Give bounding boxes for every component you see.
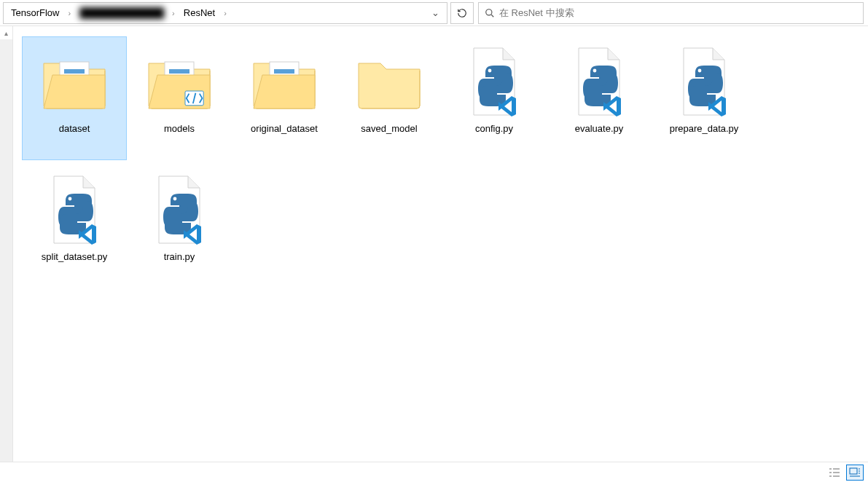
python-file-icon [139, 170, 219, 250]
folder-item[interactable]: saved_model [337, 36, 442, 160]
view-large-icons-button[interactable] [846, 465, 864, 481]
crumb-1[interactable]: ██████████████ [75, 6, 168, 20]
folder-icon [244, 42, 324, 122]
search-icon [485, 8, 495, 18]
item-label: saved_model [361, 123, 417, 135]
python-file-icon [34, 170, 114, 250]
chevron-icon: › [171, 9, 176, 17]
python-file-icon [454, 42, 534, 122]
item-label: train.py [164, 251, 195, 263]
file-item[interactable]: evaluate.py [547, 36, 652, 160]
file-item[interactable]: split_dataset.py [22, 165, 127, 288]
scroll-up-icon[interactable]: ▴ [0, 26, 12, 39]
item-label: models [164, 123, 195, 135]
folder-item[interactable]: original_dataset [232, 36, 337, 160]
folder-item[interactable]: dataset [22, 36, 127, 160]
file-item[interactable]: config.py [442, 36, 547, 160]
folder-item[interactable]: models [127, 36, 232, 160]
file-grid[interactable]: datasetmodelsoriginal_datasetsaved_model… [13, 26, 868, 462]
svg-point-7 [486, 9, 492, 15]
scroll-track[interactable] [0, 39, 12, 462]
details-view-icon [829, 467, 840, 478]
search-placeholder: 在 ResNet 中搜索 [499, 7, 574, 20]
breadcrumb[interactable]: TensorFlow › ██████████████ › ResNet › ⌄ [3, 2, 447, 24]
chevron-icon: › [222, 9, 228, 17]
chevron-icon: › [66, 9, 72, 17]
vertical-scrollbar[interactable]: ▴ [0, 26, 13, 462]
breadcrumb-dropdown[interactable]: ⌄ [427, 6, 444, 20]
file-item[interactable]: train.py [127, 165, 232, 288]
item-label: split_dataset.py [42, 251, 107, 263]
search-input[interactable]: 在 ResNet 中搜索 [478, 2, 864, 24]
crumb-0[interactable]: TensorFlow [7, 6, 63, 20]
python-file-icon [559, 42, 639, 122]
item-label: original_dataset [251, 123, 318, 135]
crumb-2[interactable]: ResNet [179, 6, 219, 20]
large-icons-view-icon [849, 467, 861, 478]
svg-rect-8 [850, 468, 857, 474]
view-details-button[interactable] [826, 465, 843, 481]
item-label: prepare_data.py [670, 123, 739, 135]
file-item[interactable]: prepare_data.py [652, 36, 756, 160]
folder-icon [349, 42, 429, 122]
refresh-icon [457, 8, 467, 18]
folder-icon [34, 42, 114, 122]
item-label: dataset [59, 123, 90, 135]
status-bar [0, 462, 868, 482]
python-file-icon [664, 42, 744, 122]
item-label: evaluate.py [575, 123, 624, 135]
refresh-button[interactable] [450, 2, 474, 24]
folder-icon [139, 42, 219, 122]
item-label: config.py [475, 123, 513, 135]
